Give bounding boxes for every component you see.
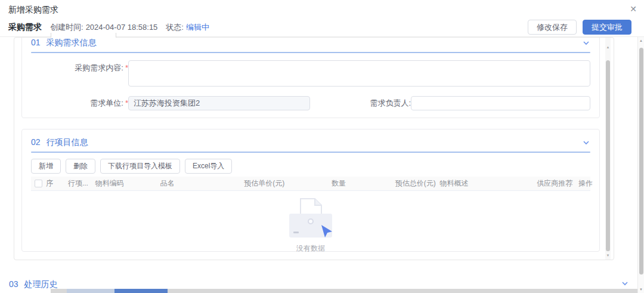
empty-state: 没有数据 xyxy=(31,197,590,254)
section-01-number: 01 xyxy=(31,38,41,48)
outer-vertical-scrollbar[interactable]: ▲ ▼ xyxy=(637,37,644,293)
horizontal-scrollbar-thumb-secondary[interactable] xyxy=(67,289,114,293)
section-02-title-text: 行项目信息 xyxy=(47,137,88,148)
select-all-checkbox[interactable] xyxy=(35,180,42,187)
toolbar-meta: 采购需求 创建时间:2024-04-07 18:58:15 状态:编辑中 xyxy=(8,22,209,33)
status: 状态:编辑中 xyxy=(166,22,209,33)
add-row-button[interactable]: 新增 xyxy=(31,159,61,174)
section-01-title-text: 采购需求信息 xyxy=(47,38,97,48)
chevron-up-icon[interactable] xyxy=(582,39,590,47)
created-time-label: 创建时间: xyxy=(50,23,83,32)
outer-scrollbar-thumb[interactable] xyxy=(639,48,643,275)
horizontal-scrollbar-thumb[interactable] xyxy=(114,289,168,293)
owner-input[interactable] xyxy=(411,96,590,110)
content-label: 采购需求内容:* xyxy=(31,60,128,73)
submit-approval-button[interactable]: 提交审批 xyxy=(583,20,631,35)
created-time: 创建时间:2024-04-07 18:58:15 xyxy=(50,22,157,33)
section-02-header: 02 行项目信息 xyxy=(31,137,590,149)
content-textarea[interactable] xyxy=(128,60,590,87)
scroll-down-arrow-icon[interactable]: ▼ xyxy=(638,288,644,291)
unit-owner-row: 需求单位:* 江苏苏海投资集团2 需求负责人: xyxy=(31,96,590,110)
section-01-header: 01 采购需求信息 xyxy=(31,37,590,49)
section-02-number: 02 xyxy=(31,137,41,148)
empty-state-text: 没有数据 xyxy=(296,243,325,254)
col-unit-price: 预估单价(元) xyxy=(244,178,332,189)
chevron-up-icon[interactable] xyxy=(582,138,590,147)
created-time-value: 2024-04-07 18:58:15 xyxy=(86,23,158,32)
scroll-down-arrow-icon[interactable]: ▼ xyxy=(605,254,611,257)
delete-row-button[interactable]: 删除 xyxy=(66,159,95,174)
col-product-name: 品名 xyxy=(160,178,244,189)
scrolled-tab-remnant xyxy=(51,33,116,38)
scroll-up-arrow-icon[interactable]: ▲ xyxy=(605,45,611,49)
horizontal-scrollbar[interactable] xyxy=(51,289,637,293)
section-02-title: 02 行项目信息 xyxy=(31,137,88,148)
col-actions: 操作 xyxy=(578,178,590,189)
col-total-price: 预估总价(元) xyxy=(395,178,440,189)
col-supplier-rec: 供应商推荐 xyxy=(537,178,578,189)
modal-title: 新增采购需求 xyxy=(8,5,58,16)
inner-vertical-scrollbar[interactable]: ▲ ▼ xyxy=(605,38,611,260)
section-line-items: 02 行项目信息 新增 删除 下载行项目导入模板 Excel导入 序 行项. xyxy=(21,129,600,252)
col-seq: 序 xyxy=(46,178,68,189)
col-material-code: 物料编码 xyxy=(95,178,160,189)
unit-input[interactable]: 江苏苏海投资集团2 xyxy=(128,96,310,110)
status-value-link[interactable]: 编辑中 xyxy=(186,23,209,32)
new-purchase-requisition-modal: 新增采购需求 ✕ 采购需求 创建时间:2024-04-07 18:58:15 状… xyxy=(0,0,644,293)
col-material-desc: 物料概述 xyxy=(440,178,537,189)
close-icon[interactable]: ✕ xyxy=(630,4,637,14)
doc-type-label: 采购需求 xyxy=(8,22,42,33)
col-quantity: 数量 xyxy=(332,178,395,189)
form-scroll-area: 01 采购需求信息 采购需求内容:* 需求单位:* 江苏苏海投资集团2 xyxy=(14,37,614,260)
toolbar-actions: 修改保存 提交审批 xyxy=(528,20,631,35)
scroll-up-arrow-icon[interactable]: ▲ xyxy=(638,39,644,42)
section-02-divider xyxy=(31,152,590,153)
download-template-button[interactable]: 下载行项目导入模板 xyxy=(100,159,180,174)
table-header-row: 序 行项... 物料编码 品名 预估单价(元) 数量 预估总价(元) 物料概述 … xyxy=(31,177,590,191)
select-all-cell xyxy=(31,180,46,187)
status-label: 状态: xyxy=(166,23,184,32)
section-requisition-info: 01 采购需求信息 采购需求内容:* 需求单位:* 江苏苏海投资集团2 xyxy=(21,37,600,118)
table-actions: 新增 删除 下载行项目导入模板 Excel导入 xyxy=(31,159,590,174)
section-01-divider xyxy=(31,52,590,53)
inner-scrollbar-thumb[interactable] xyxy=(606,60,610,251)
save-button[interactable]: 修改保存 xyxy=(528,20,577,35)
chevron-down-icon[interactable] xyxy=(621,279,629,288)
excel-import-button[interactable]: Excel导入 xyxy=(185,159,232,174)
unit-label: 需求单位:* xyxy=(31,98,128,109)
col-line-no: 行项... xyxy=(68,178,95,189)
modal-header: 新增采购需求 ✕ xyxy=(0,0,644,18)
owner-label: 需求负责人: xyxy=(310,98,411,109)
no-data-icon xyxy=(282,197,339,241)
section-03-number: 03 xyxy=(9,279,18,290)
content-field-row: 采购需求内容:* xyxy=(31,60,590,87)
section-01-title: 01 采购需求信息 xyxy=(31,38,97,48)
